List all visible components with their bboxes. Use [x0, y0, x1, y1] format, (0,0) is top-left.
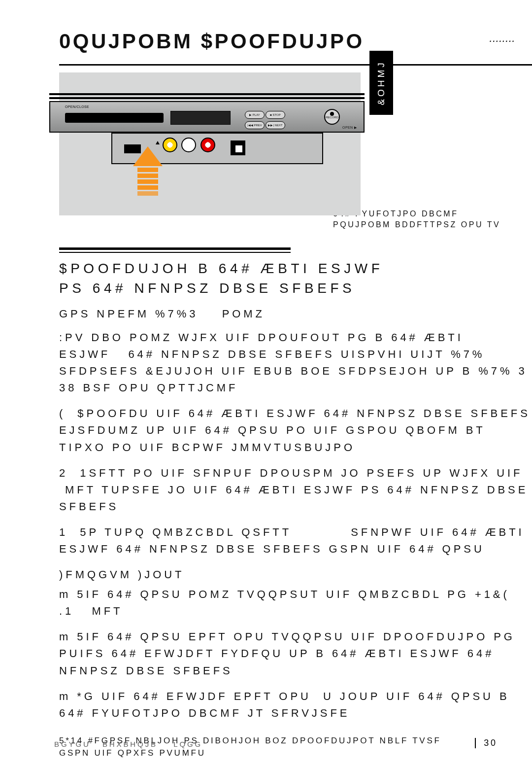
- hint-1: m 5IF 64# QPSU POMZ TVQQPSUT UIF QMBZCBD…: [59, 586, 532, 620]
- tips-line2: GSPN UIF QPXFS PVUMFU: [59, 747, 532, 760]
- dv-port-icon: [231, 140, 245, 155]
- page-footer: BGYGU BHXBHQJB LQGG 30: [54, 736, 488, 748]
- section-heading: $POOFDUJOH B 64# ÆBTI ESJWF PS 64# NFNPS…: [59, 247, 532, 299]
- language-tab-label: &OHMJ: [376, 60, 387, 105]
- audio-r-jack-icon: [200, 138, 215, 152]
- page-number: 30: [475, 738, 498, 748]
- title-underline: [59, 64, 532, 66]
- callout-arrow-icon: [133, 146, 163, 201]
- page-title: 0QUJPOBM $POOFDUJPO: [59, 30, 365, 53]
- open-close-label: OPEN/CLOSE: [65, 105, 89, 108]
- page-title-continued: ········: [489, 35, 515, 47]
- transport-buttons: ▶ PLAY■ STOP |◀◀ PREV▶▶| NEXT: [244, 109, 318, 130]
- hint-2: m 5IF 64# QPSU EPFT OPU TVQQPSU UIF DPOO…: [59, 628, 532, 679]
- step-1: ( $POOFDU UIF 64# ÆBTI ESJWF 64# NFNPSZ …: [59, 405, 532, 455]
- intro-paragraph: :PV DBO POMZ WJFX UIF DPOUFOUT PG B 64# …: [59, 329, 532, 396]
- stop-button-icon: ■ STOP: [266, 111, 285, 119]
- device-illustration: OPEN/CLOSE ▶ PLAY■ STOP |◀◀ PREV▶▶| NEXT…: [59, 72, 361, 215]
- page-title-row: 0QUJPOBM $POOFDUJPO ········: [59, 30, 532, 59]
- hint-3: m *G UIF 64# EFWJDF EPFT OPU U JOUP UIF …: [59, 688, 532, 722]
- hints-heading: )FMQGVM )JOUT: [59, 566, 532, 583]
- prev-button-icon: |◀◀ PREV: [245, 121, 265, 129]
- play-button-icon: ▶ PLAY: [245, 111, 265, 119]
- disc-slot: [65, 113, 164, 123]
- section-title-line1: $POOFDUJOH B 64# ÆBTI ESJWF: [59, 259, 532, 279]
- video-jack-icon: [163, 138, 177, 152]
- record-button-icon: RECORD: [324, 109, 340, 125]
- footer-filename: BGYGU BHXBHQJB LQGG: [54, 740, 202, 748]
- section-title-line2: PS 64# NFNPSZ DBSE SFBEFS: [59, 279, 532, 299]
- body-text: :PV DBO POMZ WJFX UIF DPOUFOUT PG B 64# …: [59, 329, 532, 722]
- illustration-caption: 64# FYUFOTJPO DBCMF PQUJPOBM BDDFTTPSZ O…: [333, 209, 532, 231]
- audio-l-jack-icon: [181, 138, 196, 152]
- language-tab: &OHMJ: [369, 51, 393, 115]
- display-window: [170, 111, 231, 125]
- open-flap-label: OPEN ▶: [342, 126, 357, 130]
- model-restriction: GPS NPEFM %7%3 POMZ: [59, 308, 532, 320]
- next-button-icon: ▶▶| NEXT: [266, 121, 285, 129]
- step-2: 2 1SFTT PO UIF SFNPUF DPOUSPM JO PSEFS U…: [59, 465, 532, 515]
- step-3: 1 5P TUPQ QMBZCBDL QSFTT SFNPWF UIF 64# …: [59, 524, 532, 558]
